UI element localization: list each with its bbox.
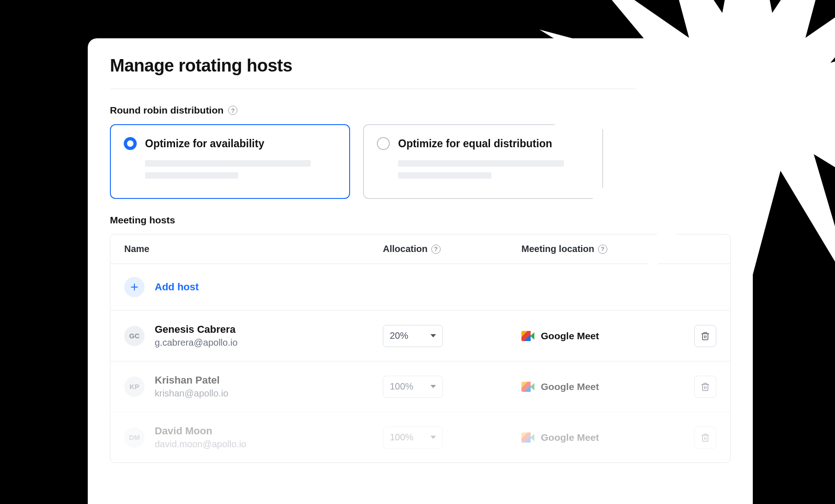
radio-icon xyxy=(124,137,137,150)
meeting-location-label: Google Meet xyxy=(541,432,599,443)
delete-host-button[interactable] xyxy=(694,426,716,449)
radio-icon xyxy=(377,137,390,150)
avatar: DM xyxy=(124,427,145,448)
option-equal-label: Optimize for equal distribution xyxy=(398,138,552,150)
host-email: g.cabrera@apollo.io xyxy=(155,337,237,348)
manage-rotating-hosts-modal: Manage rotating hosts Round robin distri… xyxy=(88,38,753,504)
allocation-value: 100% xyxy=(390,381,413,392)
chevron-down-icon xyxy=(430,385,436,388)
help-icon[interactable]: ? xyxy=(431,245,441,254)
host-name: Genesis Cabrera xyxy=(155,324,237,336)
host-email: krishan@apollo.io xyxy=(155,388,228,399)
allocation-select[interactable]: 100% xyxy=(383,426,443,449)
help-icon[interactable]: ? xyxy=(598,245,607,254)
add-host-label: Add host xyxy=(155,281,199,293)
google-meet-icon xyxy=(521,432,534,443)
meeting-hosts-section-label: Meeting hosts xyxy=(110,215,175,226)
help-icon[interactable]: ? xyxy=(228,106,237,115)
trash-icon xyxy=(701,382,710,392)
host-name: Krishan Patel xyxy=(155,374,228,386)
allocation-value: 100% xyxy=(390,432,413,443)
table-row: DM David Moon david.moon@apollo.io 100% xyxy=(110,412,730,462)
meeting-location-label: Google Meet xyxy=(541,381,599,392)
trash-icon xyxy=(701,331,710,341)
hosts-table-header: Name Allocation ? Meeting location ? xyxy=(110,234,730,264)
option-description-placeholder xyxy=(124,160,336,179)
table-row: KP Krishan Patel krishan@apollo.io 100% xyxy=(110,361,730,412)
google-meet-icon xyxy=(521,331,534,341)
table-row: GC Genesis Cabrera g.cabrera@apollo.io 2… xyxy=(110,311,730,361)
column-allocation-label: Allocation ? xyxy=(383,244,521,254)
allocation-value: 20% xyxy=(390,330,408,341)
delete-host-button[interactable] xyxy=(694,325,716,347)
allocation-select[interactable]: 100% xyxy=(383,376,443,398)
hosts-table: Name Allocation ? Meeting location ? xyxy=(110,234,731,463)
allocation-select[interactable]: 20% xyxy=(383,325,443,347)
option-equal-distribution[interactable]: Optimize for equal distribution xyxy=(363,124,603,199)
distribution-section: Round robin distribution ? Optimize for … xyxy=(110,105,731,199)
avatar: KP xyxy=(124,377,145,397)
chevron-down-icon xyxy=(430,334,436,337)
column-location-label: Meeting location ? xyxy=(521,244,661,254)
plus-icon xyxy=(124,277,145,297)
host-email: david.moon@apollo.io xyxy=(155,439,246,450)
trash-icon xyxy=(701,432,710,443)
host-name: David Moon xyxy=(155,425,246,437)
option-availability-label: Optimize for availability xyxy=(145,138,264,150)
add-host-row[interactable]: Add host xyxy=(110,264,730,311)
option-description-placeholder xyxy=(377,160,589,179)
meeting-hosts-section: Meeting hosts Name Allocation ? Meeting … xyxy=(110,215,731,463)
distribution-section-label: Round robin distribution xyxy=(110,105,224,116)
meeting-location-label: Google Meet xyxy=(541,330,599,342)
delete-host-button[interactable] xyxy=(694,376,716,398)
option-availability[interactable]: Optimize for availability xyxy=(110,124,350,199)
google-meet-icon xyxy=(521,382,534,392)
avatar: GC xyxy=(124,326,145,346)
column-name-label: Name xyxy=(124,244,383,254)
chevron-down-icon xyxy=(430,436,436,439)
page-title: Manage rotating hosts xyxy=(110,56,731,89)
